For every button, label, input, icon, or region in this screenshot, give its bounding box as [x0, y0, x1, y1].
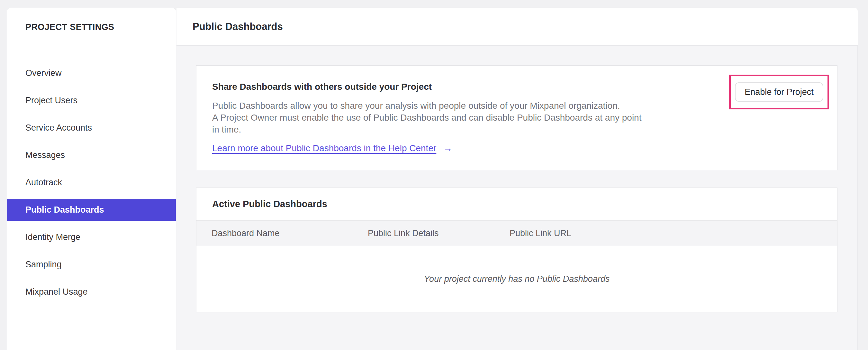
sidebar-nav: Overview Project Users Service Accounts … [7, 62, 176, 303]
empty-state-row: Your project currently has no Public Das… [196, 246, 837, 312]
page-title: Public Dashboards [192, 21, 283, 32]
active-card-title: Active Public Dashboards [212, 199, 327, 209]
sidebar-item-identity-merge[interactable]: Identity Merge [7, 226, 176, 248]
page-header: Public Dashboards [177, 8, 858, 46]
description-line: A Project Owner must enable the use of P… [212, 112, 837, 123]
column-public-link-details: Public Link Details [368, 228, 509, 238]
sidebar-item-sampling[interactable]: Sampling [7, 254, 176, 275]
sidebar-title: PROJECT SETTINGS [25, 22, 176, 32]
active-dashboards-card: Active Public Dashboards Dashboard Name … [196, 187, 837, 312]
active-card-title-row: Active Public Dashboards [196, 188, 837, 221]
sidebar-item-service-accounts[interactable]: Service Accounts [7, 117, 176, 139]
main-content: Share Dashboards with others outside you… [177, 46, 858, 350]
sidebar-item-autotrack[interactable]: Autotrack [7, 172, 176, 193]
arrow-right-icon: → [443, 143, 452, 153]
help-link-row: Learn more about Public Dashboards in th… [212, 143, 837, 153]
share-dashboards-card: Share Dashboards with others outside you… [196, 65, 837, 170]
sidebar-item-messages[interactable]: Messages [7, 144, 176, 166]
help-center-link[interactable]: Learn more about Public Dashboards in th… [212, 143, 436, 153]
column-public-link-url: Public Link URL [509, 228, 837, 238]
enable-for-project-button[interactable]: Enable for Project [735, 82, 823, 101]
description-line: in time. [212, 123, 837, 136]
project-settings-sidebar: PROJECT SETTINGS Overview Project Users … [7, 8, 176, 350]
highlight-annotation-box: Enable for Project [729, 75, 829, 109]
empty-state-message: Your project currently has no Public Das… [424, 274, 610, 284]
sidebar-item-project-users[interactable]: Project Users [7, 89, 176, 111]
column-dashboard-name: Dashboard Name [212, 228, 368, 238]
sidebar-item-mixpanel-usage[interactable]: Mixpanel Usage [7, 281, 176, 303]
dashboards-table-header: Dashboard Name Public Link Details Publi… [196, 221, 837, 246]
sidebar-item-public-dashboards[interactable]: Public Dashboards [7, 199, 176, 221]
sidebar-item-overview[interactable]: Overview [7, 62, 176, 84]
